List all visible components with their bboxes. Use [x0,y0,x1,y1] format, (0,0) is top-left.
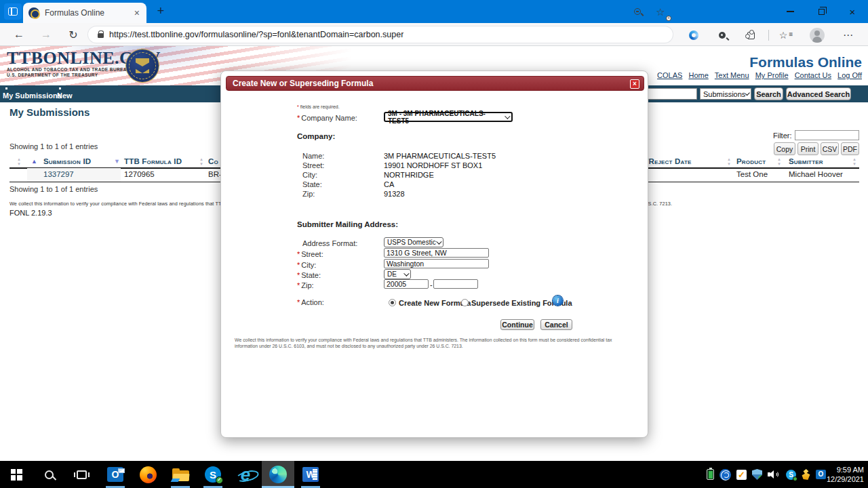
advanced-search-button[interactable]: Advanced Search [786,87,851,100]
continue-button[interactable]: Continue [500,319,534,330]
nav-search-input[interactable] [646,88,697,100]
link-contact-us[interactable]: Contact Us [795,71,831,79]
modal-close-button[interactable]: × [630,79,639,89]
tab-actions-button[interactable] [4,3,22,20]
puzzle-icon [747,32,755,39]
sort-icon[interactable]: ▴▾ [852,157,857,166]
company-zip-value: 91328 [384,190,405,198]
back-button[interactable]: ← [9,23,28,46]
taskbar-word-button[interactable]: W [294,461,327,488]
taskbar-search-button[interactable] [33,461,65,488]
url-text[interactable]: https://test.ttbonline.gov/formulasonlin… [109,30,403,39]
chevron-down-icon [505,113,510,119]
street-input[interactable] [384,248,489,258]
add-favorite-button[interactable]: ☆ + [652,3,669,20]
cancel-button[interactable]: Cancel [540,319,572,330]
create-new-formula-radio[interactable] [389,299,396,306]
address-format-select[interactable]: USPS Domestic [384,237,443,247]
toolbar-divider [768,30,769,41]
sort-icon[interactable]: ▴▾ [16,157,22,166]
link-home[interactable]: Home [688,71,708,79]
sort-asc-icon[interactable]: ▲ [31,158,37,165]
browser-tab[interactable]: Formulas Online × [23,3,146,23]
taskbar-explorer-button[interactable] [164,461,197,488]
forward-button[interactable]: → [37,23,56,46]
outlook-tray-icon[interactable]: O [816,470,826,479]
page-title: My Submissions [9,106,90,118]
link-log-off[interactable]: Log Off [837,71,862,79]
company-city-label: City: [302,171,317,179]
sort-desc-icon[interactable]: ▼ [114,158,120,165]
refresh-button[interactable]: ↻ [64,23,83,46]
taskbar-clock[interactable]: 9:59 AM 12/29/2021 [826,465,864,484]
volume-icon[interactable] [768,469,781,480]
zoom-out-button[interactable] [629,3,646,20]
browser-essentials-button[interactable] [685,27,703,43]
city-input[interactable] [384,259,489,268]
pdf-button[interactable]: PDF [841,142,859,155]
zip-ext-input[interactable] [433,279,478,289]
nav-indicator-dot [5,87,7,89]
link-text-menu[interactable]: Text Menu [715,71,749,79]
window-restore-button[interactable] [806,0,837,23]
windows-security-shield-icon[interactable]: ✓ [752,469,762,480]
taskbar-firefox-button[interactable] [132,461,164,488]
vpn-globe-icon[interactable] [719,469,731,481]
column-header-product[interactable]: Product [736,157,766,165]
link-colas[interactable]: COLAS [657,71,682,79]
sort-icon[interactable]: ▴▾ [776,157,782,166]
task-view-button[interactable] [65,461,98,488]
search-category-value: Submissions [703,90,745,98]
browser-menu-button[interactable]: ⋯ [840,27,857,43]
column-header-company[interactable]: Co [208,157,218,165]
window-close-button[interactable]: × [837,0,868,23]
nav-item-new[interactable]: New [57,92,73,100]
showing-entries-top: Showing 1 to 1 of 1 entries [9,142,98,150]
flame-tray-icon[interactable] [802,469,810,480]
search-button[interactable]: Search [754,87,783,100]
taskbar-skype-button[interactable]: S✓ [197,461,229,488]
supersede-formula-radio[interactable] [461,299,469,306]
company-name-row-value: 3M PHARMACEUTICALS-TEST5 [384,152,496,160]
window-minimize-button[interactable] [774,0,806,23]
screen: Formulas Online × + × ← → ↻ https://test… [0,0,868,488]
site-favicon-icon [28,7,39,18]
tasks-check-icon[interactable]: ✓ [736,470,747,480]
column-header-ttb-formula-id[interactable]: TTB Formula ID [124,157,182,165]
zip-input[interactable] [384,279,429,289]
battery-icon[interactable] [707,469,714,480]
copy-button[interactable]: Copy [774,142,795,155]
submission-id-link[interactable]: 1337297 [43,170,74,178]
csv-button[interactable]: CSV [821,142,839,155]
treasury-seal-icon [126,49,159,82]
new-tab-button[interactable]: + [153,4,168,18]
sort-icon[interactable]: ▴▾ [199,157,204,166]
favorites-button[interactable]: ☆≡ [774,27,792,43]
state-select[interactable]: DE [384,269,411,279]
filter-input[interactable] [795,130,859,140]
sort-icon[interactable]: ▴▾ [726,157,732,166]
taskbar-ie-button[interactable]: e [229,461,262,488]
skype-tray-icon[interactable]: S [786,470,796,480]
address-bar[interactable]: https://test.ttbonline.gov/formulasonlin… [88,26,673,43]
print-button[interactable]: Print [797,142,818,155]
task-view-icon [77,470,87,479]
company-name-select[interactable]: 3M - 3M PHARMACEUTICALS-TEST5 [384,112,513,122]
tab-close-icon[interactable]: × [133,7,141,18]
column-header-submission-id[interactable]: Submission ID [43,157,91,165]
visual-search-button[interactable] [713,27,731,43]
tab-title: Formulas Online [45,8,133,18]
skype-icon: S✓ [205,466,221,483]
column-header-submitter[interactable]: Submitter [789,157,823,165]
favorites-icon: ☆≡ [779,30,788,41]
link-my-profile[interactable]: My Profile [755,71,789,79]
start-button[interactable] [0,461,33,488]
internet-explorer-icon: e [241,466,250,483]
profile-button[interactable] [808,27,826,43]
nav-item-my-submissions[interactable]: My Submissions [3,92,62,100]
taskbar-edge-button[interactable] [262,461,294,488]
taskbar-outlook-button[interactable]: O [99,461,132,488]
info-icon[interactable]: i [553,296,563,306]
search-category-select[interactable]: Submissions [700,88,751,100]
extensions-button[interactable] [742,27,760,43]
